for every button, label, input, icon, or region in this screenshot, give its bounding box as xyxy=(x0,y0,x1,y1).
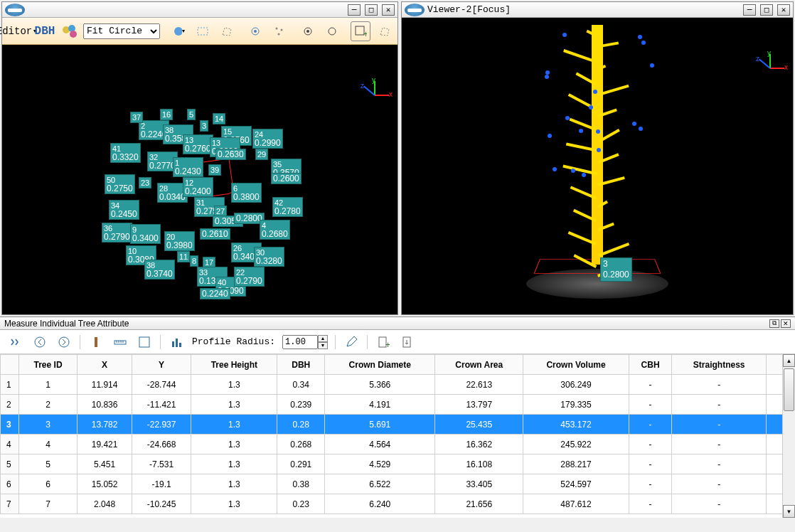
page-arrow-icon xyxy=(401,336,414,349)
table-row[interactable]: 555.451-7.5311.30.2914.52916.108288.217-… xyxy=(1,454,795,474)
ruler-button[interactable] xyxy=(112,334,129,351)
scale-button[interactable] xyxy=(136,334,153,351)
minimize-button[interactable]: ─ xyxy=(348,4,361,16)
dbh-tag[interactable]: 500.2750 xyxy=(105,174,135,194)
radio-select-button[interactable] xyxy=(245,21,265,41)
dbh-tag[interactable]: 8 xyxy=(190,255,198,267)
export-page-button[interactable] xyxy=(399,334,416,351)
viewer-viewport[interactable]: x y z 30.2800 xyxy=(402,18,793,314)
scatter-button[interactable] xyxy=(270,21,289,41)
table-header[interactable]: Crown Diamete xyxy=(325,355,435,375)
row-header[interactable]: 2 xyxy=(1,395,19,415)
table-header[interactable]: DBH xyxy=(277,355,325,375)
dbh-tag[interactable]: 10.2430 xyxy=(173,157,203,177)
row-header[interactable]: 4 xyxy=(1,435,19,454)
fit-method-select[interactable]: Fit Circle Fit Ellipse xyxy=(83,23,160,39)
table-header[interactable]: Tree ID xyxy=(19,355,78,375)
add-rect-button[interactable]: + xyxy=(351,21,370,41)
scroll-thumb[interactable] xyxy=(784,368,794,411)
dbh-tag[interactable]: 0.2610 xyxy=(200,228,230,240)
dbh-tag[interactable]: 16 xyxy=(160,109,173,120)
dbh-tag[interactable]: 0.2630 xyxy=(215,149,246,160)
row-header[interactable]: 5 xyxy=(1,454,19,474)
dbh-tag[interactable]: 60.3800 xyxy=(231,183,262,203)
row-header[interactable]: 7 xyxy=(1,494,19,514)
dbh-tag[interactable]: 5 xyxy=(187,109,196,120)
table-row[interactable]: 2210.836-11.4211.30.2394.19113.797179.33… xyxy=(1,395,795,415)
dbh-tag[interactable]: 39 xyxy=(208,164,221,176)
delete-poly-button[interactable] xyxy=(375,21,395,41)
table-scrollbar[interactable]: ▲ ▼ xyxy=(782,354,795,518)
table-header[interactable]: Crown Volume xyxy=(523,355,629,375)
dbh-tag[interactable]: 380.3740 xyxy=(144,260,175,280)
step-up-button[interactable]: ▲ xyxy=(318,335,328,342)
editor-menu[interactable]: Editor▾ xyxy=(6,21,26,41)
profile-radius-stepper[interactable]: ▲▼ xyxy=(282,335,328,349)
row-header[interactable]: 1 xyxy=(1,375,19,395)
close-button[interactable]: ✕ xyxy=(382,4,395,16)
editor-viewport[interactable]: x y z 20.224037165380.3580130.2760143150… xyxy=(2,45,398,314)
table-header[interactable]: Straightness xyxy=(672,355,767,375)
table-row[interactable]: 3313.782-22.9371.30.285.69125.435453.172… xyxy=(1,415,795,435)
brush-circle-button[interactable]: ▾ xyxy=(169,21,188,41)
dbh-tag[interactable]: 220.2790 xyxy=(234,267,265,287)
height-tool-button[interactable] xyxy=(87,334,105,351)
dbh-tag[interactable]: 410.3320 xyxy=(110,143,141,163)
row-header[interactable]: 3 xyxy=(1,415,19,435)
tree-attribute-table[interactable]: Tree IDXYTree HeightDBHCrown DiameteCrow… xyxy=(0,354,795,518)
add-page-button[interactable]: + xyxy=(375,334,392,351)
expand-tool-button[interactable] xyxy=(7,334,24,351)
table-header[interactable]: Tree Height xyxy=(191,355,277,375)
step-down-button[interactable]: ▼ xyxy=(318,342,328,349)
dbh-tag[interactable]: 420.2780 xyxy=(272,197,303,217)
table-header[interactable]: Y xyxy=(132,355,191,375)
table-header[interactable]: X xyxy=(78,355,132,375)
table-header[interactable]: CBH xyxy=(629,355,671,375)
close-button[interactable]: ✕ xyxy=(777,4,790,16)
dbh-tag[interactable]: 0.2240 xyxy=(200,288,230,299)
dock-button[interactable]: ⧉ xyxy=(769,319,779,328)
lasso-poly-button[interactable] xyxy=(217,21,237,41)
close-button[interactable]: ✕ xyxy=(781,319,791,328)
edit-button[interactable] xyxy=(343,334,360,351)
dbh-tag[interactable]: 14 xyxy=(213,113,225,124)
profile-radius-input[interactable] xyxy=(282,335,318,349)
scroll-up-button[interactable]: ▲ xyxy=(783,354,795,367)
maximize-button[interactable]: □ xyxy=(760,4,773,16)
maximize-button[interactable]: □ xyxy=(365,4,378,16)
dbh-tag[interactable]: 360.2790 xyxy=(102,223,132,243)
radio-b-button[interactable] xyxy=(322,21,342,41)
prev-button[interactable] xyxy=(31,334,48,351)
minimize-button[interactable]: ─ xyxy=(743,4,756,16)
dbh-tag[interactable]: 130.2760 xyxy=(183,134,213,154)
table-row[interactable]: 772.048-10.2451.30.236.24021.656487.612-… xyxy=(1,494,795,514)
dbh-tag[interactable]: 200.3980 xyxy=(164,231,195,251)
dbh-tag[interactable]: 240.2990 xyxy=(252,129,283,149)
cluster-color-button[interactable] xyxy=(59,21,79,41)
profile-button[interactable] xyxy=(168,334,185,351)
row-header[interactable]: 6 xyxy=(1,474,19,494)
dbh-tag[interactable]: 29 xyxy=(255,149,268,160)
editor-panel: ─ □ ✕ Editor▾ DBH Fit Circle Fit Ellipse… xyxy=(1,1,398,315)
radio-a-button[interactable] xyxy=(298,21,318,41)
next-button[interactable] xyxy=(55,334,73,351)
dbh-tag[interactable]: 90.3400 xyxy=(130,224,161,244)
table-row[interactable]: 1111.914-28.7441.30.345.36622.613306.249… xyxy=(1,375,795,395)
dbh-tag[interactable]: 40.2680 xyxy=(260,220,290,240)
table-row[interactable]: 4419.421-24.6681.30.2684.56416.362245.92… xyxy=(1,435,795,454)
lasso-rect-button[interactable] xyxy=(193,21,213,41)
dbh-tag[interactable]: 120.2400 xyxy=(183,177,213,197)
dbh-tag[interactable]: 3 xyxy=(200,120,208,132)
scroll-down-button[interactable]: ▼ xyxy=(783,505,795,518)
dbh-tag[interactable]: 23 xyxy=(139,177,151,188)
dbh-tag[interactable]: 300.3280 xyxy=(254,247,284,267)
table-header[interactable]: Crown Area xyxy=(435,355,523,375)
table-row[interactable]: 6615.052-19.11.30.386.52233.405524.597-- xyxy=(1,474,795,494)
table-cell: 6.240 xyxy=(325,494,435,514)
dbh-tag[interactable]: 340.2450 xyxy=(109,200,139,220)
dbh-tool-button[interactable]: DBH xyxy=(35,21,55,41)
dbh-tag[interactable]: 0.2600 xyxy=(271,173,302,184)
dbh-tag[interactable]: 37 xyxy=(130,112,143,123)
table-cell: 22.613 xyxy=(435,375,523,395)
dbh-tag[interactable]: 11 xyxy=(177,251,190,262)
